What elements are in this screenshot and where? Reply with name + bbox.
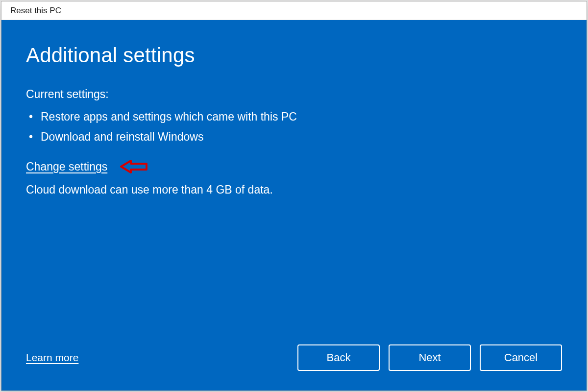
data-usage-note: Cloud download can use more than 4 GB of… — [26, 183, 562, 196]
learn-more-link[interactable]: Learn more — [26, 352, 78, 364]
dialog-footer: Learn more Back Next Cancel — [26, 344, 562, 376]
reset-pc-dialog: Reset this PC Additional settings Curren… — [1, 1, 587, 391]
next-button[interactable]: Next — [389, 344, 471, 371]
setting-item: Download and reinstall Windows — [26, 127, 562, 147]
annotation-arrow-left-icon — [116, 157, 151, 176]
change-settings-row: Change settings — [26, 157, 562, 176]
back-button[interactable]: Back — [297, 344, 380, 371]
current-settings-label: Current settings: — [26, 88, 562, 101]
cancel-button[interactable]: Cancel — [480, 344, 562, 371]
current-settings-list: Restore apps and settings which came wit… — [26, 107, 562, 147]
page-heading: Additional settings — [26, 44, 562, 67]
dialog-content: Additional settings Current settings: Re… — [1, 20, 587, 391]
window-title: Reset this PC — [10, 6, 61, 16]
dialog-buttons: Back Next Cancel — [297, 344, 562, 371]
setting-item: Restore apps and settings which came wit… — [26, 107, 562, 127]
change-settings-link[interactable]: Change settings — [26, 160, 107, 173]
titlebar: Reset this PC — [1, 1, 587, 20]
